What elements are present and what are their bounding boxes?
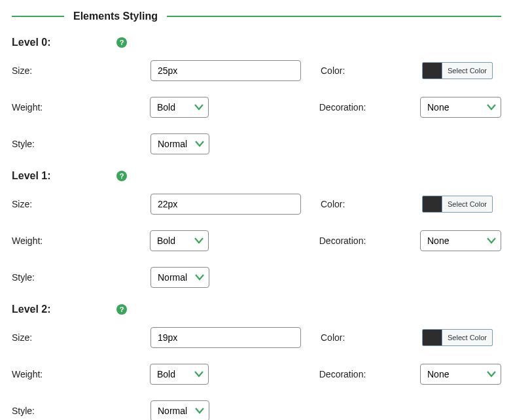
size-label: Size: xyxy=(12,332,150,343)
decoration-select-1[interactable]: None xyxy=(420,230,501,251)
size-input[interactable] xyxy=(150,194,301,215)
color-swatch xyxy=(423,63,442,79)
size-label: Size: xyxy=(12,65,150,76)
weight-select-2[interactable]: Bold xyxy=(150,364,209,385)
size-input[interactable] xyxy=(150,327,301,348)
select-color-label: Select Color xyxy=(442,200,492,208)
style-select-2[interactable]: Normal xyxy=(150,400,209,420)
help-icon[interactable]: ? xyxy=(116,37,127,48)
color-swatch xyxy=(423,330,442,345)
help-icon[interactable]: ? xyxy=(116,171,127,181)
weight-label: Weight: xyxy=(12,369,150,379)
decoration-select-2[interactable]: None xyxy=(420,364,501,385)
decoration-label: Decoration: xyxy=(319,236,420,246)
level-label: Level 2: xyxy=(12,304,110,315)
weight-select-1[interactable]: Bold xyxy=(150,230,209,251)
help-icon[interactable]: ? xyxy=(116,304,127,315)
row-weight-decoration-2: Weight:BoldDecoration:None xyxy=(0,356,513,393)
color-label: Color: xyxy=(321,332,422,343)
row-weight-decoration-1: Weight:BoldDecoration:None xyxy=(0,222,513,259)
row-style-0: Style:Normal xyxy=(0,126,513,162)
level-label: Level 0: xyxy=(12,37,110,48)
select-color-button[interactable]: Select Color xyxy=(422,196,493,213)
style-select-1[interactable]: Normal xyxy=(150,267,209,288)
row-style-1: Style:Normal xyxy=(0,259,513,296)
level-label: Level 1: xyxy=(12,170,110,182)
size-input[interactable] xyxy=(150,60,301,81)
row-size-color-0: Size:Color:Select Color xyxy=(0,52,513,89)
color-swatch xyxy=(423,196,442,212)
select-color-button[interactable]: Select Color xyxy=(422,62,493,79)
color-label: Color: xyxy=(321,199,422,209)
color-label: Color: xyxy=(321,65,422,76)
level-header-2: Level 2:? xyxy=(0,296,513,319)
decoration-label: Decoration: xyxy=(319,369,420,379)
style-select-0[interactable]: Normal xyxy=(150,133,209,154)
style-label: Style: xyxy=(12,272,150,283)
level-header-1: Level 1:? xyxy=(0,162,513,186)
style-select-1-select[interactable]: Normal xyxy=(150,267,209,288)
row-size-color-2: Size:Color:Select Color xyxy=(0,319,513,356)
weight-select-2-select[interactable]: Bold xyxy=(150,364,209,385)
select-color-button[interactable]: Select Color xyxy=(422,329,493,346)
select-color-label: Select Color xyxy=(442,334,492,341)
header-rule-left xyxy=(12,16,64,17)
weight-select-1-select[interactable]: Bold xyxy=(150,230,209,251)
section-header: Elements Styling xyxy=(0,0,513,29)
decoration-select-0-select[interactable]: None xyxy=(420,97,501,118)
weight-label: Weight: xyxy=(12,102,150,113)
style-label: Style: xyxy=(12,139,150,149)
weight-select-0-select[interactable]: Bold xyxy=(150,97,209,118)
decoration-select-2-select[interactable]: None xyxy=(420,364,501,385)
row-weight-decoration-0: Weight:BoldDecoration:None xyxy=(0,89,513,126)
decoration-select-0[interactable]: None xyxy=(420,97,501,118)
section-title: Elements Styling xyxy=(73,10,158,22)
style-select-0-select[interactable]: Normal xyxy=(150,133,209,154)
select-color-label: Select Color xyxy=(442,67,492,75)
decoration-label: Decoration: xyxy=(319,102,420,113)
size-label: Size: xyxy=(12,199,150,209)
row-size-color-1: Size:Color:Select Color xyxy=(0,186,513,222)
style-label: Style: xyxy=(12,406,150,416)
style-select-2-select[interactable]: Normal xyxy=(150,400,209,420)
row-style-2: Style:Normal xyxy=(0,393,513,420)
weight-select-0[interactable]: Bold xyxy=(150,97,209,118)
level-header-0: Level 0:? xyxy=(0,29,513,52)
decoration-select-1-select[interactable]: None xyxy=(420,230,501,251)
weight-label: Weight: xyxy=(12,236,150,246)
header-rule-right xyxy=(167,16,501,17)
